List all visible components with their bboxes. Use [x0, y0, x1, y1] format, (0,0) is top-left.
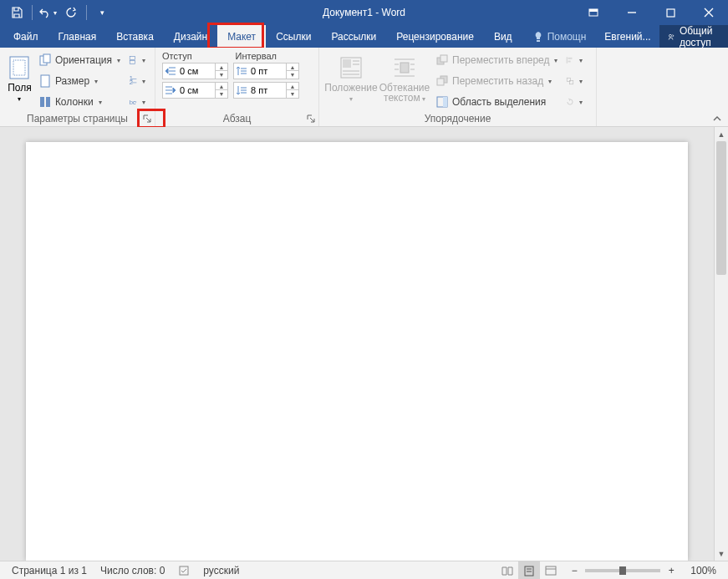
position-button[interactable]: Положение▾: [324, 51, 378, 111]
tab-references[interactable]: Ссылки: [266, 25, 321, 48]
page-setup-launcher[interactable]: [141, 113, 153, 124]
language-button[interactable]: русский: [196, 565, 246, 576]
breaks-icon: [129, 53, 137, 67]
collapse-ribbon-button[interactable]: [710, 113, 725, 124]
web-layout-icon: [544, 565, 557, 576]
indent-right-down[interactable]: ▼: [216, 90, 227, 98]
space-before-input[interactable]: [249, 66, 286, 76]
user-account[interactable]: Евгений...: [596, 25, 659, 48]
maximize-icon: [666, 8, 675, 18]
tab-file[interactable]: Файл: [3, 25, 48, 48]
redo-button[interactable]: [59, 0, 83, 25]
redo-icon: [65, 7, 77, 18]
svg-rect-39: [443, 97, 447, 107]
window-controls: [574, 0, 728, 25]
status-bar: Страница 1 из 1 Число слов: 0 русский − …: [0, 561, 728, 579]
tab-layout[interactable]: Макет: [217, 25, 266, 48]
web-layout-button[interactable]: [540, 561, 562, 580]
indent-left-down[interactable]: ▼: [216, 71, 227, 79]
size-button[interactable]: Размер▾: [37, 72, 122, 90]
qat-customize-button[interactable]: ▾: [90, 0, 114, 25]
vertical-scrollbar[interactable]: ▲ ▼: [714, 127, 728, 561]
spell-check-button[interactable]: [171, 565, 196, 576]
orientation-icon: [38, 53, 52, 67]
align-button[interactable]: ▾: [564, 51, 584, 69]
svg-text:2: 2: [130, 79, 133, 86]
group-objects-button[interactable]: ▾: [564, 72, 584, 90]
hyphenation-button[interactable]: bc▾: [127, 93, 147, 111]
selection-pane-button[interactable]: Область выделения: [434, 93, 559, 111]
space-after-input[interactable]: [249, 85, 286, 95]
line-numbers-button[interactable]: 12▾: [127, 72, 147, 90]
svg-rect-35: [440, 55, 447, 62]
rotate-button[interactable]: ▾: [564, 93, 584, 111]
ribbon-display-icon: [588, 8, 598, 17]
indent-left-up[interactable]: ▲: [216, 63, 227, 71]
page-count[interactable]: Страница 1 из 1: [5, 565, 94, 576]
indent-right-input[interactable]: [178, 85, 215, 95]
indent-right-icon: [163, 85, 178, 95]
paragraph-launcher[interactable]: [305, 113, 317, 124]
spacing-label: Интервал: [236, 51, 277, 61]
read-mode-button[interactable]: [496, 561, 518, 580]
close-button[interactable]: [690, 0, 728, 25]
tab-mailings[interactable]: Рассылки: [321, 25, 386, 48]
tab-review[interactable]: Рецензирование: [386, 25, 484, 48]
zoom-in-button[interactable]: +: [665, 565, 677, 576]
ribbon-display-button[interactable]: [574, 0, 613, 25]
tell-me-box[interactable]: Помощн: [522, 25, 597, 48]
send-backward-button[interactable]: Переместить назад▾: [434, 72, 559, 90]
bring-forward-button[interactable]: Переместить вперед▾: [434, 51, 559, 69]
tab-view[interactable]: Вид: [484, 25, 522, 48]
scroll-down-button[interactable]: ▼: [715, 546, 728, 561]
margins-button[interactable]: Поля▾: [5, 51, 34, 111]
space-after-spin[interactable]: ▲▼: [233, 82, 299, 99]
indent-right-up[interactable]: ▲: [216, 83, 227, 90]
zoom-out-button[interactable]: −: [568, 565, 580, 576]
indent-right-spin[interactable]: ▲▼: [162, 82, 228, 99]
document-page[interactable]: [26, 142, 688, 561]
space-before-up[interactable]: ▲: [287, 63, 298, 71]
zoom-track[interactable]: [585, 569, 660, 572]
space-before-down[interactable]: ▼: [287, 71, 298, 79]
document-area: ▲ ▼: [0, 127, 728, 561]
tab-insert[interactable]: Вставка: [106, 25, 164, 48]
group-arrange: Положение▾ Обтекание текстом ▾ Перемести…: [319, 48, 597, 126]
dialog-launcher-icon: [143, 114, 151, 123]
space-after-down[interactable]: ▼: [287, 90, 298, 98]
minimize-icon: [627, 8, 637, 18]
space-after-up[interactable]: ▲: [287, 83, 298, 90]
share-button[interactable]: Общий доступ: [659, 25, 728, 48]
indent-left-input[interactable]: [178, 66, 215, 76]
tab-design[interactable]: Дизайн: [164, 25, 217, 48]
print-layout-icon: [522, 565, 536, 576]
word-count[interactable]: Число слов: 0: [94, 565, 171, 576]
minimize-button[interactable]: [613, 0, 651, 25]
share-icon: [668, 31, 675, 43]
columns-button[interactable]: Колонки▾: [37, 93, 122, 111]
indent-left-spin[interactable]: ▲▼: [162, 63, 228, 79]
scroll-thumb[interactable]: [716, 141, 726, 275]
save-button[interactable]: [5, 0, 28, 25]
zoom-knob[interactable]: [619, 566, 626, 575]
space-after-icon: [234, 85, 249, 95]
maximize-button[interactable]: [651, 0, 690, 25]
line-numbers-icon: 12: [129, 74, 137, 88]
space-before-spin[interactable]: ▲▼: [233, 63, 299, 79]
wrap-text-button[interactable]: Обтекание текстом ▾: [378, 51, 431, 111]
group-page-setup-label: Параметры страницы: [27, 113, 128, 124]
print-layout-button[interactable]: [518, 561, 540, 580]
columns-icon: [38, 95, 52, 109]
undo-button[interactable]: ▾: [36, 0, 59, 25]
indent-left-icon: [163, 66, 178, 76]
svg-rect-3: [667, 9, 675, 17]
orientation-button[interactable]: Ориентация▾: [37, 51, 122, 69]
scroll-up-button[interactable]: ▲: [715, 127, 728, 141]
document-canvas[interactable]: [0, 127, 714, 561]
breaks-button[interactable]: ▾: [127, 51, 147, 69]
zoom-level[interactable]: 100%: [684, 565, 723, 576]
tab-home[interactable]: Главная: [48, 25, 107, 48]
lightbulb-icon: [532, 31, 544, 43]
svg-rect-44: [570, 80, 573, 84]
svg-point-5: [669, 34, 671, 37]
